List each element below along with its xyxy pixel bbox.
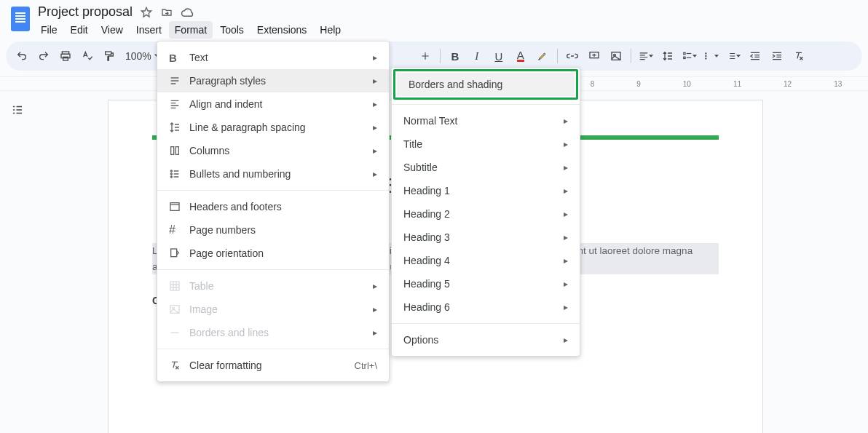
spellcheck-button[interactable] — [77, 46, 98, 66]
menu-item-label: Image — [189, 303, 218, 315]
submenu-item-label: Heading 5 — [403, 278, 450, 290]
menu-help[interactable]: Help — [314, 21, 347, 39]
header-icon — [169, 201, 189, 212]
format-item-paragraph-styles[interactable]: Paragraph styles▸ — [157, 69, 389, 92]
submenu-item-label: Heading 6 — [403, 301, 450, 313]
menu-item-label: Headers and footers — [189, 201, 282, 212]
docs-app-icon[interactable] — [6, 4, 35, 33]
align-button[interactable] — [636, 46, 656, 66]
hash-icon: # — [169, 223, 189, 237]
format-item-page-numbers[interactable]: #Page numbers — [157, 218, 389, 242]
menu-item-label: Columns — [189, 145, 229, 156]
submenu-item-normal-text[interactable]: Normal Text▸ — [392, 109, 580, 132]
image-icon — [169, 303, 189, 315]
format-item-clear-formatting[interactable]: Clear formattingCtrl+\ — [157, 354, 389, 377]
highlight-button[interactable] — [532, 46, 553, 66]
clear-icon — [169, 359, 189, 371]
undo-button[interactable] — [12, 46, 32, 66]
svg-point-15 — [170, 170, 172, 172]
menu-edit[interactable]: Edit — [65, 21, 94, 39]
menu-item-label: Page orientation — [189, 247, 264, 259]
insert-comment-button[interactable] — [584, 46, 604, 66]
insert-plus-button[interactable] — [415, 46, 435, 66]
format-item-text[interactable]: BText▸ — [157, 46, 389, 69]
chevron-right-icon: ▸ — [373, 122, 377, 132]
line-spacing-button[interactable] — [658, 46, 678, 66]
format-item-table: Table▸ — [157, 274, 389, 298]
columns-icon — [169, 145, 189, 156]
keyboard-shortcut: Ctrl+\ — [355, 360, 377, 371]
document-title[interactable]: Project proposal — [38, 4, 133, 20]
ruler-tick: 11 — [733, 80, 741, 88]
outline-toggle-icon[interactable] — [7, 100, 28, 120]
menu-item-label: Bullets and numbering — [189, 168, 291, 180]
menu-insert[interactable]: Insert — [130, 21, 167, 39]
format-item-align-and-indent[interactable]: Align and indent▸ — [157, 92, 389, 116]
menu-item-label: Table — [189, 280, 213, 292]
underline-button[interactable]: U — [489, 46, 509, 66]
align-icon — [169, 98, 189, 110]
format-item-columns[interactable]: Columns▸ — [157, 139, 389, 162]
zoom-value: 100% — [125, 50, 151, 62]
text-color-button[interactable]: A — [510, 46, 531, 66]
menu-extensions[interactable]: Extensions — [251, 21, 312, 39]
menu-item-label: Text — [189, 52, 208, 63]
star-icon[interactable] — [140, 6, 153, 19]
menu-file[interactable]: File — [35, 21, 63, 39]
svg-rect-9 — [684, 57, 685, 58]
format-item-line-paragraph-spacing[interactable]: Line & paragraph spacing▸ — [157, 116, 389, 139]
submenu-item-options[interactable]: Options▸ — [392, 328, 580, 351]
svg-rect-19 — [171, 249, 177, 257]
submenu-item-label: Heading 3 — [403, 231, 450, 243]
ruler-tick: 12 — [784, 80, 792, 88]
clear-formatting-button[interactable] — [789, 46, 809, 66]
format-item-bullets-and-numbering[interactable]: Bullets and numbering▸ — [157, 162, 389, 186]
insert-link-button[interactable] — [562, 46, 583, 66]
ruler-tick: 10 — [683, 80, 691, 88]
submenu-item-title[interactable]: Title▸ — [392, 132, 580, 156]
print-button[interactable] — [55, 46, 76, 66]
chevron-right-icon: ▸ — [373, 169, 377, 179]
submenu-item-heading-4[interactable]: Heading 4▸ — [392, 249, 580, 272]
increase-indent-button[interactable] — [767, 46, 787, 66]
move-icon[interactable] — [160, 6, 173, 19]
menu-item-label: Page numbers — [189, 224, 256, 236]
bold-button[interactable]: B — [445, 46, 465, 66]
decrease-indent-button[interactable] — [745, 46, 765, 66]
checklist-button[interactable] — [679, 46, 700, 66]
bulleted-list-button[interactable] — [701, 46, 722, 66]
format-item-image: Image▸ — [157, 298, 389, 321]
numbered-list-button[interactable] — [723, 46, 743, 66]
submenu-item-heading-6[interactable]: Heading 6▸ — [392, 295, 580, 319]
submenu-item-label: Borders and shading — [409, 79, 502, 90]
insert-image-button[interactable] — [606, 46, 626, 66]
submenu-item-heading-5[interactable]: Heading 5▸ — [392, 272, 580, 295]
cloud-status-icon[interactable] — [181, 6, 194, 19]
format-menu-dropdown: BText▸Paragraph styles▸Align and indent▸… — [157, 41, 390, 382]
chevron-right-icon: ▸ — [373, 146, 377, 156]
submenu-item-label: Heading 1 — [403, 185, 450, 196]
redo-button[interactable] — [33, 46, 54, 66]
svg-rect-13 — [171, 147, 174, 155]
svg-point-17 — [170, 176, 172, 178]
submenu-item-subtitle[interactable]: Subtitle▸ — [392, 156, 580, 179]
menu-tools[interactable]: Tools — [214, 21, 250, 39]
chevron-right-icon: ▸ — [373, 304, 377, 314]
submenu-item-label: Subtitle — [403, 162, 438, 173]
paint-format-button[interactable] — [99, 46, 119, 66]
submenu-item-heading-2[interactable]: Heading 2▸ — [392, 202, 580, 226]
chevron-right-icon: ▸ — [564, 162, 568, 172]
submenu-item-heading-3[interactable]: Heading 3▸ — [392, 226, 580, 249]
format-item-page-orientation[interactable]: Page orientation — [157, 242, 389, 265]
menu-format[interactable]: Format — [169, 21, 213, 39]
menu-item-label: Borders and lines — [189, 327, 269, 338]
submenu-item-heading-1[interactable]: Heading 1▸ — [392, 179, 580, 202]
paragraph-icon — [169, 75, 189, 87]
submenu-item-borders-and-shading[interactable]: Borders and shading — [397, 73, 575, 96]
menu-view[interactable]: View — [95, 21, 129, 39]
italic-button[interactable]: I — [467, 46, 487, 66]
submenu-item-label: Heading 2 — [403, 208, 450, 220]
ruler-tick: 13 — [834, 80, 842, 88]
chevron-right-icon: ▸ — [564, 139, 568, 149]
format-item-headers-and-footers[interactable]: Headers and footers — [157, 195, 389, 218]
